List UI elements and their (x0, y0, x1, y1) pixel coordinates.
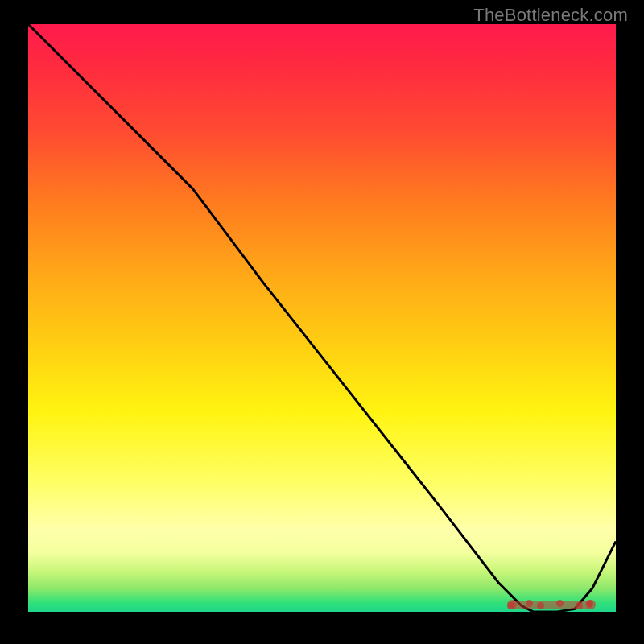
watermark-text: TheBottleneck.com (473, 5, 628, 26)
chart-frame: TheBottleneck.com (0, 0, 644, 644)
plot-area (28, 24, 616, 612)
curve-path (28, 24, 616, 612)
optimal-dot (507, 602, 514, 609)
optimal-dot (556, 600, 564, 607)
optimal-dot (576, 602, 583, 609)
optimal-dot (537, 602, 544, 609)
bottleneck-curve (28, 24, 616, 612)
